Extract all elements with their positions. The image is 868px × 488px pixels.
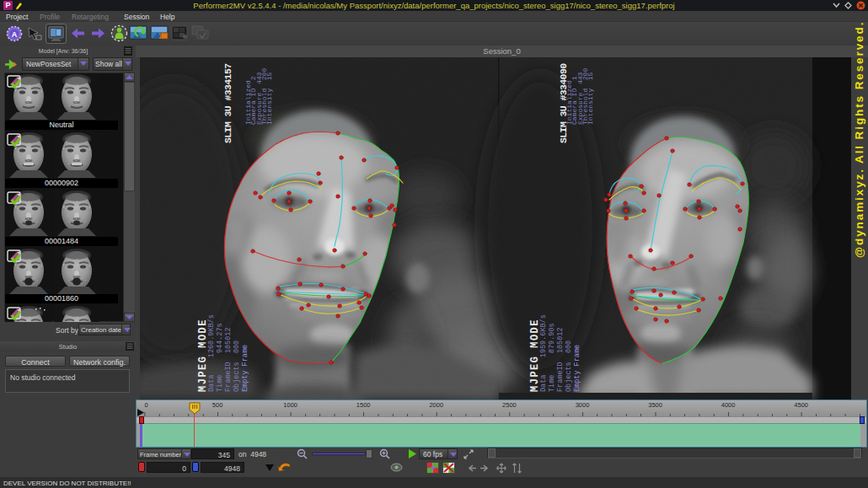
svg-text:4000: 4000	[721, 401, 736, 409]
svg-text:A: A	[12, 30, 18, 39]
svg-text:0: 0	[145, 401, 148, 409]
svg-text:1500: 1500	[356, 401, 371, 409]
svg-text:4500: 4500	[794, 401, 808, 409]
svg-text:2500: 2500	[502, 401, 517, 409]
svg-text:2000: 2000	[429, 401, 443, 409]
svg-text:3000: 3000	[576, 401, 590, 409]
svg-text:1000: 1000	[283, 401, 297, 409]
svg-text:500: 500	[212, 401, 223, 409]
svg-text:3500: 3500	[648, 401, 662, 409]
